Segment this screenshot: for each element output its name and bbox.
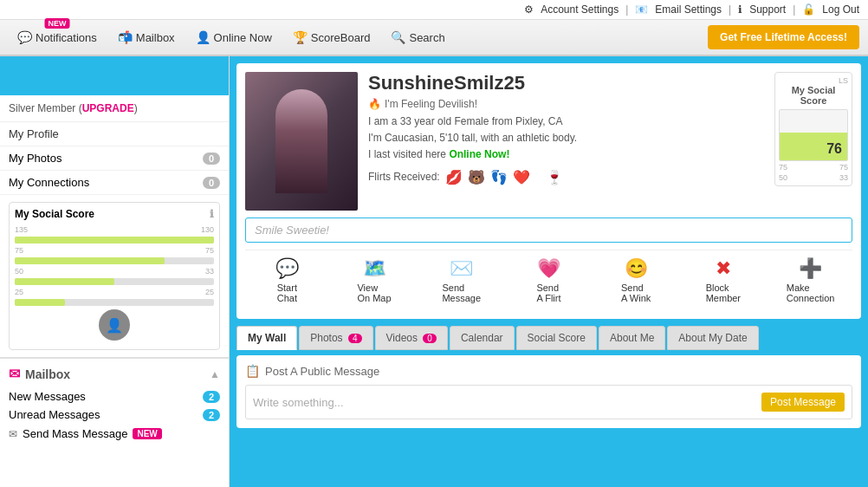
nav-online-now[interactable]: 👤 Online Now [187, 25, 281, 49]
block-member-button[interactable]: ✖ BlockMember [697, 257, 749, 303]
smile-input[interactable]: Smile Sweetie! [245, 218, 852, 243]
email-settings-link[interactable]: Email Settings [655, 3, 722, 16]
sidebar-my-profile[interactable]: My Profile [0, 122, 229, 146]
tab-calendar[interactable]: Calendar [450, 326, 515, 350]
sidebar-top-banner [0, 56, 229, 95]
send-mass-message-row[interactable]: ✉ Send Mass Message NEW [9, 424, 220, 444]
upgrade-link[interactable]: UPGRADE [82, 102, 134, 114]
view-on-map-button[interactable]: 🗺️ ViewOn Map [348, 257, 400, 303]
tab-photos[interactable]: Photos 4 [299, 326, 372, 350]
sep3: | [793, 3, 795, 16]
social-score-bar: 76 [779, 109, 848, 161]
account-settings-link[interactable]: Account Settings [541, 3, 619, 16]
profile-username: SunshineSmilz25 [368, 72, 764, 94]
mailbox-section: ✉ Mailbox ▲ New Messages 2 Unread Messag… [0, 357, 229, 451]
notifications-icon: 💬 [17, 30, 32, 44]
sidebar-my-connections-row[interactable]: My Connections 0 [0, 171, 229, 195]
tab-about-my-date[interactable]: About My Date [667, 326, 758, 350]
support-link[interactable]: Support [749, 3, 786, 16]
tab-social-score[interactable]: Social Score [516, 326, 597, 350]
flirt-heart-icon: ❤️ [513, 169, 530, 185]
profile-card: SunshineSmilz25 🔥 I'm Feeling Devilish! … [236, 63, 861, 319]
mood-text: I'm Feeling Devilish! [385, 98, 477, 110]
score-bar-25 [15, 299, 214, 306]
get-access-button[interactable]: Get Free Lifetime Access! [708, 25, 859, 49]
profile-details: I am a 33 year old Female from Pixley, C… [368, 114, 764, 164]
write-something-area[interactable]: Write something... Post Message [245, 385, 852, 419]
social-score-right-title: My Social Score [779, 85, 848, 106]
score-bar-50 [15, 278, 214, 285]
main-layout: Silver Member (UPGRADE) My Profile My Ph… [0, 56, 868, 487]
send-message-button[interactable]: ✉️ SendMessage [436, 257, 488, 303]
content-area: SunshineSmilz25 🔥 I'm Feeling Devilish! … [230, 56, 868, 487]
make-connection-button[interactable]: ➕ MakeConnection [785, 257, 837, 303]
score-chart-labels2: 7575 [15, 246, 214, 255]
view-map-label: ViewOn Map [357, 282, 391, 303]
online-now-icon: 👤 [196, 30, 211, 44]
nav-left: NEW 💬 Notifications 📬 Mailbox 👤 Online N… [9, 25, 708, 49]
new-messages-row: New Messages 2 [9, 387, 220, 406]
mail-sm-icon: ✉ [9, 428, 17, 440]
videos-badge: 0 [423, 334, 437, 343]
mailbox-icon: 📬 [118, 30, 133, 44]
nav-mailbox[interactable]: 📬 Mailbox [109, 25, 184, 49]
mailbox-title-text: Mailbox [25, 367, 70, 381]
sidebar-my-connections-label: My Connections [9, 176, 89, 189]
new-messages-label: New Messages [9, 390, 86, 403]
profile-mood: 🔥 I'm Feeling Devilish! [368, 98, 764, 110]
post-message-button[interactable]: Post Message [761, 393, 845, 412]
info-circle-icon: ℹ [210, 208, 214, 220]
nav-scoreboard[interactable]: 🏆 ScoreBoard [284, 25, 379, 49]
logout-link[interactable]: Log Out [822, 3, 859, 16]
mood-icon: 🔥 [368, 98, 381, 110]
post-public-label: Post A Public Message [265, 365, 379, 378]
wink-icon: 😊 [625, 257, 648, 280]
tab-my-wall[interactable]: My Wall [236, 326, 297, 350]
member-status-text: Silver Member ( [9, 102, 82, 114]
social-score-value: 76 [826, 141, 842, 157]
profile-top: SunshineSmilz25 🔥 I'm Feeling Devilish! … [245, 72, 852, 211]
mailbox-header: ✉ Mailbox ▲ [9, 366, 220, 382]
unread-messages-label: Unread Messages [9, 408, 100, 421]
flirt-icon: 💗 [537, 257, 560, 280]
profile-tabs-section: My Wall Photos 4 Videos 0 Calendar Socia… [236, 326, 861, 428]
score-bar-135 [15, 237, 214, 244]
start-chat-button[interactable]: 💬 StartChat [261, 257, 313, 303]
score-chart-labels3: 5033 [15, 267, 214, 276]
send-message-label: SendMessage [442, 282, 481, 303]
sidebar-social-score-title: My Social Score ℹ [15, 208, 214, 220]
send-flirt-label: SendA Flirt [536, 282, 560, 303]
tab-videos[interactable]: Videos 0 [375, 326, 448, 350]
send-wink-button[interactable]: 😊 SendA Wink [610, 257, 662, 303]
send-flirt-button[interactable]: 💗 SendA Flirt [522, 257, 574, 303]
search-icon: 🔍 [391, 30, 405, 44]
profile-details-line2: I'm Caucasian, 5'10 tall, with an athlet… [368, 130, 764, 146]
wall-content: 📋 Post A Public Message Write something.… [236, 355, 861, 428]
action-buttons: 💬 StartChat 🗺️ ViewOn Map ✉️ SendMessage… [245, 250, 852, 310]
score-bar-75 [15, 257, 214, 264]
send-wink-label: SendA Wink [621, 282, 651, 303]
nav-notifications[interactable]: 💬 Notifications [9, 25, 106, 49]
sep2: | [729, 3, 731, 16]
tab-about-me[interactable]: About Me [599, 326, 665, 350]
nav-search[interactable]: 🔍 Search [382, 25, 453, 49]
profile-tabs: My Wall Photos 4 Videos 0 Calendar Socia… [236, 326, 861, 350]
ls-label: LS [779, 76, 848, 85]
sidebar-my-photos-row[interactable]: My Photos 0 [0, 146, 229, 171]
scoreboard-icon: 🏆 [293, 30, 308, 44]
profile-details-line1: I am a 33 year old Female from Pixley, C… [368, 114, 764, 130]
nav-scoreboard-label: ScoreBoard [311, 31, 371, 44]
sidebar-member-status: Silver Member (UPGRADE) [0, 95, 229, 122]
nav-notifications-label: Notifications [36, 31, 97, 44]
nav-bar: NEW 💬 Notifications 📬 Mailbox 👤 Online N… [0, 20, 868, 56]
flirt-paw-icon: 👣 [490, 169, 508, 185]
ss-row-labels: 7575 [779, 163, 848, 172]
gear-icon: ⚙ [524, 3, 534, 16]
post-public-row[interactable]: 📋 Post A Public Message [245, 364, 852, 378]
mailbox-collapse-button[interactable]: ▲ [210, 368, 220, 380]
flirt-kiss-icon: 💋 [445, 169, 463, 185]
message-icon: ✉️ [450, 257, 473, 280]
nav-online-now-label: Online Now [214, 31, 272, 44]
start-chat-label: StartChat [277, 282, 297, 303]
profile-last-visited: I last visited here Online Now! [368, 146, 764, 163]
